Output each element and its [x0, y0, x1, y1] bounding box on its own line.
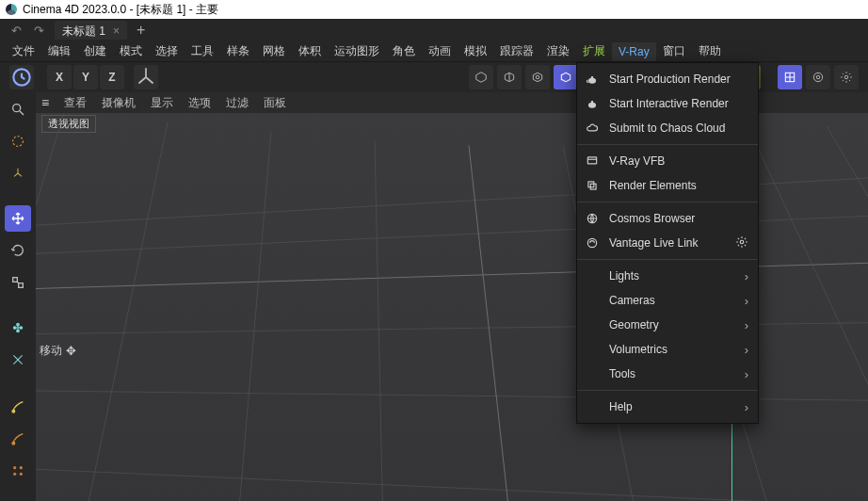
document-tabrow: ↶ ↷ 未标题 1 × + — [0, 19, 868, 41]
vray-lights-submenu[interactable]: Lights — [577, 264, 758, 288]
svg-rect-56 — [587, 157, 596, 164]
document-tab-label: 未标题 1 — [62, 24, 105, 40]
svg-point-61 — [587, 238, 596, 247]
vray-volumetrics-submenu[interactable]: Volumetrics — [577, 337, 758, 362]
lasso-tool-icon[interactable] — [5, 160, 31, 186]
coord-system-icon[interactable] — [134, 65, 158, 89]
menu-item-label: Lights — [609, 269, 735, 283]
menu-simulate[interactable]: 模拟 — [458, 40, 493, 62]
menu-tools[interactable]: 工具 — [185, 40, 220, 62]
svg-marker-6 — [561, 73, 570, 81]
viewbar-panel[interactable]: 面板 — [264, 95, 286, 111]
vray-start-interactive-render[interactable]: Start Interactive Render — [577, 91, 758, 116]
viewbar-display[interactable]: 显示 — [151, 95, 173, 111]
viewport-menu-icon[interactable]: ≡ — [41, 95, 49, 110]
menu-animate[interactable]: 动画 — [422, 40, 458, 62]
viewbar-camera[interactable]: 摄像机 — [102, 95, 136, 111]
document-tab[interactable]: 未标题 1 × — [55, 21, 127, 40]
teapot-icon — [585, 72, 600, 87]
gear-toolbar-icon[interactable] — [834, 65, 859, 89]
live-select-tool-icon[interactable] — [5, 128, 31, 154]
menu-mesh[interactable]: 网格 — [256, 40, 292, 62]
menu-help[interactable]: 帮助 — [692, 40, 728, 62]
menu-render[interactable]: 渲染 — [540, 40, 576, 62]
menu-item-label: Submit to Chaos Cloud — [609, 121, 748, 135]
vray-geometry-submenu[interactable]: Geometry — [577, 313, 758, 337]
menu-item-label: Render Elements — [609, 179, 748, 192]
svg-point-27 — [13, 327, 16, 330]
rotate-tool-icon[interactable] — [5, 237, 31, 264]
redo-icon[interactable]: ↷ — [28, 21, 49, 40]
menu-volume[interactable]: 体积 — [292, 40, 328, 62]
undo-icon[interactable]: ↶ — [6, 21, 26, 40]
menu-mograph[interactable]: 运动图形 — [328, 40, 386, 62]
vray-cameras-submenu[interactable]: Cameras — [577, 288, 758, 313]
menu-character[interactable]: 角色 — [386, 40, 422, 62]
submenu-arrow-icon — [745, 367, 748, 381]
menu-edit[interactable]: 编辑 — [41, 40, 77, 62]
svg-point-54 — [588, 103, 596, 108]
menu-item-label: Cameras — [609, 294, 735, 307]
menu-item-label: Geometry — [609, 318, 735, 331]
svg-point-29 — [17, 323, 20, 326]
nodes-tool-icon[interactable] — [5, 458, 31, 484]
menu-file[interactable]: 文件 — [6, 40, 41, 62]
close-icon[interactable]: × — [113, 24, 120, 38]
axis-x-button[interactable]: X — [47, 65, 72, 89]
svg-line-22 — [20, 111, 24, 115]
link-icon — [585, 235, 600, 250]
vray-vantage-live-link[interactable]: Vantage Live Link — [577, 231, 758, 255]
gear-icon[interactable] — [735, 235, 748, 250]
menu-extensions[interactable]: 扩展 — [576, 40, 612, 62]
menu-tracker[interactable]: 跟踪器 — [493, 40, 540, 62]
viewbar-filter[interactable]: 过滤 — [226, 95, 249, 111]
brush-tool-icon-1[interactable] — [5, 394, 31, 420]
scale-tool-icon[interactable] — [5, 269, 31, 296]
svg-point-33 — [13, 466, 16, 469]
vray-submit-chaos-cloud[interactable]: Submit to Chaos Cloud — [577, 116, 758, 140]
snap-toggle-icon[interactable] — [778, 65, 802, 89]
menu-separator — [577, 144, 758, 145]
menu-window[interactable]: 窗口 — [656, 40, 692, 62]
vray-start-production-render[interactable]: Start Production Render — [577, 67, 758, 91]
vray-vfb[interactable]: V-Ray VFB — [577, 149, 758, 173]
vray-cosmos-browser[interactable]: Cosmos Browser — [577, 206, 758, 231]
menu-select[interactable]: 选择 — [149, 40, 185, 62]
viewbar-view[interactable]: 查看 — [64, 95, 87, 111]
render-view-icon[interactable] — [469, 65, 493, 89]
move-glyph-icon: ✥ — [66, 344, 76, 358]
render-settings-icon[interactable] — [525, 65, 550, 89]
target-icon[interactable] — [806, 65, 830, 89]
svg-line-50 — [751, 134, 868, 501]
points-mode-icon[interactable] — [5, 315, 31, 341]
menu-separator — [577, 259, 758, 260]
menu-item-label: Volumetrics — [609, 343, 735, 356]
render-region-icon[interactable] — [497, 65, 522, 89]
svg-point-35 — [13, 473, 16, 476]
vray-render-elements[interactable]: Render Elements — [577, 173, 758, 198]
move-tool-icon[interactable] — [5, 205, 31, 232]
axis-buttons: X Y Z — [9, 65, 158, 89]
svg-point-36 — [20, 473, 23, 476]
menu-item-label: Start Production Render — [609, 73, 748, 86]
vray-help-submenu[interactable]: Help — [577, 395, 758, 419]
svg-point-28 — [20, 327, 23, 330]
new-document-icon[interactable]: + — [137, 22, 145, 39]
vray-tools-submenu[interactable]: Tools — [577, 362, 758, 386]
svg-rect-59 — [590, 184, 596, 189]
menu-create[interactable]: 创建 — [77, 40, 113, 62]
svg-marker-1 — [476, 73, 487, 83]
search-tool-icon[interactable] — [5, 96, 31, 122]
axis-z-button[interactable]: Z — [100, 65, 124, 89]
brush-tool-icon-2[interactable] — [5, 426, 31, 452]
history-icon[interactable] — [9, 65, 34, 89]
edges-mode-icon[interactable] — [5, 347, 31, 373]
axis-y-button[interactable]: Y — [73, 65, 98, 89]
menu-spline[interactable]: 样条 — [220, 40, 256, 62]
viewbar-options[interactable]: 选项 — [188, 95, 211, 111]
menu-vray[interactable]: V-Ray — [612, 42, 656, 61]
menu-mode[interactable]: 模式 — [113, 40, 149, 62]
window-titlebar: Cinema 4D 2023.0.0 - [未标题 1] - 主要 — [0, 0, 868, 19]
active-tool-label: 移动 — [40, 343, 62, 359]
render-queue-icon[interactable] — [554, 65, 578, 89]
